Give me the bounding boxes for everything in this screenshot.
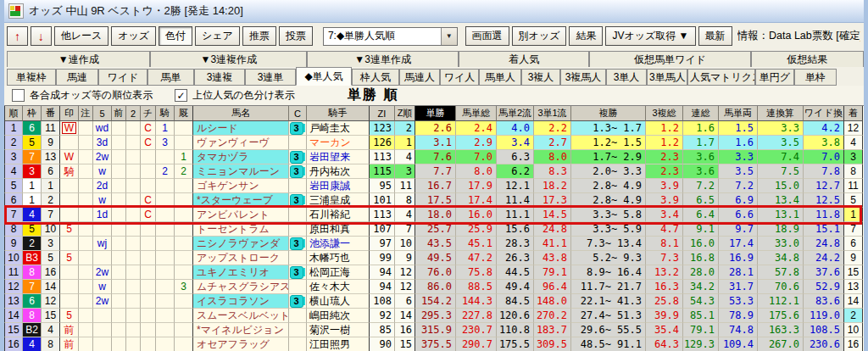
column-header-単勝[interactable]: 単勝 <box>415 106 456 121</box>
mark-text: 5 <box>66 223 72 235</box>
table-row[interactable]: 12714w3ムチャスグラシアス佐々木大941286.088.549.496.4… <box>4 280 864 294</box>
odds-view-select[interactable]: 7:◆単勝人気順 ▼ <box>323 27 458 46</box>
column-header-ワイド換[interactable]: ワイド換 <box>804 106 844 121</box>
cell-mark-チ <box>141 280 156 294</box>
toolbar-button-別オッズ[interactable]: 別オッズ <box>512 26 567 46</box>
toolbar-button-推票[interactable]: 推票 <box>242 26 276 46</box>
table-row[interactable]: 2593dC3ヴァンヴィーヴマーカン12613.12.93.42.71.2~ 1… <box>4 136 864 150</box>
cell-zi-rank: 16 <box>395 323 415 337</box>
tab-枠人気[interactable]: 枠人気 <box>352 69 399 86</box>
column-header-番[interactable]: 番 <box>42 106 60 121</box>
table-row[interactable]: 85105トーセントラム原田和真107725.725.915.624.83.3~… <box>4 222 864 237</box>
tab-3複馬人[interactable]: 3複馬人 <box>560 69 606 86</box>
color-display-option[interactable]: ✓ 上位人気の色分け表示 <box>175 88 295 103</box>
tab-group-3連単作成[interactable]: ▼3連単作成 <box>307 51 459 67</box>
column-header-チ[interactable]: チ <box>141 106 156 121</box>
cell-odds-複勝: 27.4~ 51.3 <box>571 309 646 323</box>
prev-race-button[interactable]: ↑ <box>7 26 28 46</box>
column-header-厩[interactable]: 厩 <box>175 106 193 121</box>
tab-group-仮想結果[interactable]: 仮想結果 <box>751 51 864 67</box>
column-header-順[interactable]: 順 <box>4 106 23 121</box>
cell-odds-ワイド換: 15.1 <box>804 222 844 237</box>
toolbar-button-投票[interactable]: 投票 <box>279 26 313 46</box>
column-header-C[interactable]: C <box>289 106 307 121</box>
column-header-着[interactable]: 着 <box>844 106 863 121</box>
toolbar-button-オッズ[interactable]: オッズ <box>111 26 156 46</box>
column-header-連総[interactable]: 連総 <box>683 106 719 121</box>
checkbox-color-display[interactable]: ✓ <box>175 89 187 102</box>
table-row[interactable]: 148155スムースベルベット嶋田純次9214295.3227.8120.627… <box>4 309 864 323</box>
tab-group-連作成[interactable]: ▼連作成 <box>7 51 150 67</box>
checkbox-rank-display[interactable] <box>12 89 25 102</box>
table-row[interactable]: 3713W2w1タマカヅラ3岩田望来11347.67.06.38.01.7~ 2… <box>4 150 864 164</box>
tab-人気マトリクス[interactable]: 人気マトリクス <box>687 69 755 86</box>
toolbar-button-JVオッズ取得[interactable]: JVオッズ取得 ▼ <box>605 26 695 46</box>
tab-馬連人[interactable]: 馬連人 <box>399 69 440 86</box>
toolbar-button-画面選[interactable]: 画面選 <box>465 26 509 46</box>
column-header-Z順[interactable]: Z順 <box>395 106 415 121</box>
column-header-連換算[interactable]: 連換算 <box>758 106 804 121</box>
chevron-down-icon[interactable]: ▼ <box>441 28 457 45</box>
toolbar-button-シェア[interactable]: シェア <box>195 26 240 46</box>
column-header-複勝[interactable]: 複勝 <box>571 106 646 121</box>
tab-馬単人[interactable]: 馬単人 <box>479 69 521 86</box>
toolbar-button-他レース[interactable]: 他レース <box>54 26 109 46</box>
tab-馬単[interactable]: 馬単 <box>147 69 194 86</box>
next-race-button[interactable]: ↓ <box>31 26 52 46</box>
cell-horse-number: 11 <box>42 121 60 136</box>
column-header-ZI[interactable]: ZI <box>370 106 395 121</box>
cell-popularity-rank: 3 <box>4 150 23 164</box>
cell-frame-number: 8 <box>23 265 42 280</box>
column-header-馬単2流[interactable]: 馬単2流 <box>497 106 534 121</box>
table-row[interactable]: 612wC*スターウェーブ3三浦皇成101817.517.411.417.32.… <box>4 193 864 208</box>
column-header-枠[interactable]: 枠 <box>23 106 42 121</box>
table-row[interactable]: 1648前オセアフラッグ江田照男9015375.5290.7175.5309.5… <box>4 337 864 351</box>
cell-horse-name: イスラコラソン <box>193 294 289 309</box>
table-row[interactable]: 1611WwdC1ルシード3戸崎圭太12322.62.44.02.21.3~ 1… <box>4 121 864 136</box>
column-header-3複総[interactable]: 3複総 <box>646 106 683 121</box>
cell-class-badge <box>289 323 307 337</box>
tab-ワイ人[interactable]: ワイ人 <box>440 69 479 86</box>
toolbar-button-結果[interactable]: 結果 <box>569 26 603 46</box>
table-row[interactable]: 15B24前*マイネルビジョン菊沢一樹8516315.9230.7110.818… <box>4 323 864 337</box>
table-row[interactable]: 923wjニシノラヴァンダ3池添謙一971043.545.128.341.17.… <box>4 237 864 251</box>
table-row[interactable]: 7471dCアンビバレント石川裕紀113418.016.011.114.53.3… <box>4 208 864 222</box>
tab-3連複[interactable]: 3連複 <box>194 69 245 86</box>
tab-3単馬人[interactable]: 3単馬人 <box>647 69 687 86</box>
rank-display-option[interactable]: 各合成オッズ等の順位表示 <box>12 88 153 103</box>
tab-単円グ[interactable]: 単円グ <box>755 69 794 86</box>
table-row[interactable]: 5112dゴキゲンサン岩田康誠951116.717.912.118.22.8~ … <box>4 179 864 193</box>
column-header-馬名[interactable]: 馬名 <box>193 106 289 121</box>
column-header-印[interactable]: 印 <box>60 106 79 121</box>
cell-odds-馬単両: 9.7 <box>719 222 758 237</box>
tab-単複枠[interactable]: 単複枠 <box>7 69 56 86</box>
cell-odds-複勝: 2.0~ 3.3 <box>571 164 646 179</box>
table-row[interactable]: 136122wイスラコラソン3横山琉人1086154.2144.384.5148… <box>4 294 864 309</box>
column-header-3単1流[interactable]: 3単1流 <box>534 106 571 121</box>
column-header-5[interactable]: 5 <box>93 106 112 121</box>
tab-group-仮想馬単ワイド[interactable]: 仮想馬単ワイド <box>589 51 750 67</box>
tab-馬連[interactable]: 馬連 <box>56 69 98 86</box>
cell-mark-印: 前 <box>60 323 79 337</box>
table-row[interactable]: 118162wユキノエミリオ3松岡正海941276.075.844.579.18… <box>4 265 864 280</box>
column-header-馬単両[interactable]: 馬単両 <box>719 106 758 121</box>
column-header-馬単総[interactable]: 馬単総 <box>456 106 497 121</box>
column-header-騎手[interactable]: 騎手 <box>307 106 370 121</box>
column-header-騎[interactable]: 騎 <box>156 106 175 121</box>
tab-3複人[interactable]: 3複人 <box>521 69 560 86</box>
column-header-前[interactable]: 前 <box>112 106 126 121</box>
tab-ワイド[interactable]: ワイド <box>98 69 147 86</box>
tab-3連単[interactable]: 3連単 <box>245 69 296 86</box>
tab-group-着人気[interactable]: 着人気 <box>459 51 589 67</box>
column-header-2[interactable]: 2 <box>126 106 141 121</box>
table-row[interactable]: 10B355アップストローク木幡巧也99949.547.226.343.85.2… <box>4 251 864 265</box>
cell-odds-単勝: 7.7 <box>415 164 456 179</box>
tab-単枠[interactable]: 単枠 <box>794 69 837 86</box>
column-header-注[interactable]: 注 <box>79 106 93 121</box>
table-row[interactable]: 436騎w22ミニョンマルーン3丹内祐次11537.78.06.28.32.0~… <box>4 164 864 179</box>
toolbar-button-最新[interactable]: 最新 <box>698 26 732 46</box>
tab-3単人[interactable]: 3単人 <box>606 69 647 86</box>
tab-group-3連複作成[interactable]: ▼3連複作成 <box>150 51 307 67</box>
tab-◆単人気[interactable]: ◆単人気 <box>296 67 352 86</box>
toolbar-button-色付[interactable]: 色付 <box>159 26 192 46</box>
